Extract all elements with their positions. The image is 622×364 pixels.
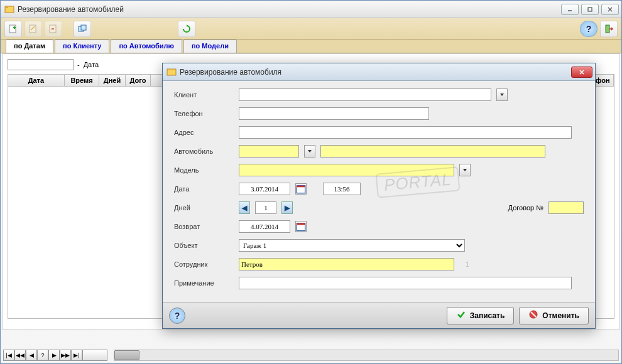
dialog-help-button[interactable]: ? [169,308,185,324]
save-button-label: Записать [470,311,505,320]
row-date: Дата [174,183,584,195]
employee-id: 1 [466,260,469,268]
nav-extra[interactable] [82,350,107,361]
model-dropdown-button[interactable] [459,164,471,176]
label-date: Дата [174,185,234,193]
record-navigator: |◀ ◀◀ ◀ ? ▶ ▶▶ ▶| [3,350,107,361]
maximize-button[interactable] [581,4,599,15]
cancel-icon [528,309,538,321]
nav-next[interactable]: ▶ [48,350,60,361]
delete-button[interactable] [45,21,62,37]
tab-by-client[interactable]: по Клиенту [55,40,109,53]
label-return: Возврат [174,223,234,230]
tab-by-car[interactable]: по Автомобилю [111,40,182,53]
label-phone: Телефон [174,110,234,117]
edit-button[interactable] [25,21,42,37]
days-input[interactable] [255,201,276,214]
label-address: Адрес [174,129,234,136]
days-decrement-button[interactable]: ◀ [239,201,250,214]
nav-status: ? [37,350,48,361]
label-car: Автомобиль [174,147,234,155]
row-model: Модель [174,164,584,176]
exit-button[interactable] [600,21,618,37]
car-dropdown-button[interactable] [304,145,315,158]
window-controls [561,4,621,15]
check-icon [456,309,466,321]
row-car: Автомобиль [174,145,584,158]
svg-rect-12 [297,186,305,188]
row-days: Дней ◀ ▶ Договор № [174,201,584,214]
dialog-footer: ? Записать Отменить [163,302,595,328]
main-tabs: по Датам по Клиенту по Автомобилю по Мод… [1,40,621,53]
client-dropdown-button[interactable] [496,88,508,101]
nav-prev-page[interactable]: ◀◀ [14,350,26,361]
label-object: Объект [174,242,234,249]
filter-label: Дата [84,61,99,68]
car-name-input[interactable] [320,145,545,158]
main-window-title: Резервирование автомобилей [18,5,561,14]
nav-first[interactable]: |◀ [3,350,14,361]
date-input[interactable] [239,183,290,195]
col-days[interactable]: Дней [99,75,126,86]
object-select[interactable]: Гараж 1 [239,239,465,252]
app-icon [4,4,14,14]
row-employee: Сотрудник 1 [174,258,584,270]
reservation-dialog: Резервирование автомобиля Клиент Телефон… [162,63,596,329]
tab-by-date[interactable]: по Датам [6,40,53,53]
svg-rect-9 [606,25,609,33]
return-input[interactable] [239,220,290,233]
label-employee: Сотрудник [174,260,234,268]
main-titlebar: Резервирование автомобилей [1,1,621,18]
address-input[interactable] [239,126,572,139]
svg-rect-10 [167,69,176,75]
employee-input[interactable] [239,258,454,270]
model-input[interactable] [239,164,454,176]
help-toolbar-button[interactable]: ? [580,21,597,37]
note-input[interactable] [239,277,572,289]
row-note: Примечание [174,277,584,289]
add-button[interactable] [4,21,22,37]
svg-rect-2 [588,8,592,11]
nav-last[interactable]: ▶| [71,350,82,361]
cancel-button-label: Отменить [542,311,579,320]
contract-input[interactable] [548,201,584,214]
client-input[interactable] [239,88,491,101]
dialog-titlebar: Резервирование автомобиля [163,63,595,81]
minimize-button[interactable] [561,4,579,15]
nav-prev[interactable]: ◀ [26,350,37,361]
cancel-button[interactable]: Отменить [519,307,589,324]
col-contract[interactable]: Дого [126,75,151,86]
svg-rect-8 [81,25,86,30]
date-from-input[interactable] [8,59,74,70]
nav-next-page[interactable]: ▶▶ [60,350,71,361]
col-time[interactable]: Время [65,75,99,86]
row-return: Возврат [174,220,584,233]
main-toolbar: ? [1,18,621,40]
svg-rect-14 [297,223,305,225]
close-button[interactable] [601,4,619,15]
col-date[interactable]: Дата [8,75,65,86]
label-days: Дней [174,204,234,211]
label-model: Модель [174,166,234,174]
date-calendar-button[interactable] [295,183,307,195]
windows-button[interactable] [74,21,91,37]
horizontal-scrollbar[interactable] [114,350,619,361]
row-client: Клиент [174,88,584,101]
car-code-input[interactable] [239,145,299,158]
dialog-close-button[interactable] [571,67,592,78]
label-contract: Договор № [508,204,543,211]
dialog-icon [166,67,177,77]
row-phone: Телефон [174,107,584,120]
save-button[interactable]: Записать [447,307,515,324]
tab-by-model[interactable]: по Модели [183,40,237,53]
label-client: Клиент [174,91,234,99]
return-calendar-button[interactable] [295,221,307,232]
phone-input[interactable] [239,107,429,120]
row-object: Объект Гараж 1 [174,239,584,252]
days-increment-button[interactable]: ▶ [281,201,293,214]
refresh-button[interactable] [178,21,195,37]
filter-separator: - [77,61,80,68]
label-note: Примечание [174,279,234,287]
time-input[interactable] [323,183,361,195]
dialog-body: Клиент Телефон Адрес Автомобиль Модель [163,81,595,294]
